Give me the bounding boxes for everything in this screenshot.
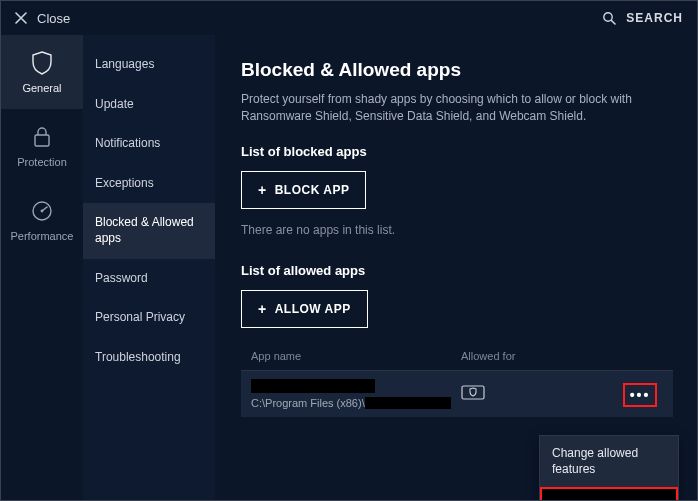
blocked-empty-text: There are no apps in this list. (241, 223, 673, 237)
close-label[interactable]: Close (37, 11, 70, 26)
sidebar-item-personal-privacy[interactable]: Personal Privacy (83, 298, 215, 338)
rail-label: Performance (11, 230, 74, 242)
main-panel: Blocked & Allowed apps Protect yourself … (215, 35, 697, 500)
allow-app-button[interactable]: + ALLOW APP (241, 290, 368, 328)
sidebar-item-notifications[interactable]: Notifications (83, 124, 215, 164)
page-title: Blocked & Allowed apps (241, 59, 673, 81)
app-path-redacted (365, 397, 451, 409)
sidebar-item-blocked-allowed-apps[interactable]: Blocked & Allowed apps (83, 203, 215, 258)
rail-item-protection[interactable]: Protection (1, 109, 83, 183)
rail-label: Protection (17, 156, 67, 168)
row-more-button[interactable]: ••• (623, 383, 657, 407)
col-app-name: App name (251, 350, 451, 362)
sidebar-item-password[interactable]: Password (83, 259, 215, 299)
rail-label: General (22, 82, 61, 94)
block-app-button[interactable]: + BLOCK APP (241, 171, 366, 209)
allowed-title: List of allowed apps (241, 263, 673, 278)
col-allowed-for: Allowed for (461, 350, 663, 362)
app-path-prefix: C:\Program Files (x86)\ (251, 397, 365, 409)
sidebar-item-troubleshooting[interactable]: Troubleshooting (83, 338, 215, 378)
allow-app-label: ALLOW APP (275, 302, 351, 316)
menu-change-allowed-features[interactable]: Change allowed features (540, 436, 678, 487)
left-rail: General Protection Performance (1, 35, 83, 500)
webcam-shield-icon (461, 387, 485, 404)
plus-icon: + (258, 182, 267, 198)
lock-icon (29, 124, 55, 150)
sidebar-item-update[interactable]: Update (83, 85, 215, 125)
svg-rect-1 (35, 135, 49, 146)
rail-item-performance[interactable]: Performance (1, 183, 83, 257)
rail-item-general[interactable]: General (1, 35, 83, 109)
gauge-icon (29, 198, 55, 224)
menu-remove[interactable]: Remove (540, 487, 678, 500)
ellipsis-icon: ••• (630, 388, 651, 402)
app-path: C:\Program Files (x86)\ (251, 397, 451, 409)
blocked-title: List of blocked apps (241, 144, 673, 159)
svg-point-3 (41, 210, 44, 213)
page-description: Protect yourself from shady apps by choo… (241, 91, 671, 126)
sidebar-item-languages[interactable]: Languages (83, 45, 215, 85)
block-app-label: BLOCK APP (275, 183, 350, 197)
settings-sidebar: Languages Update Notifications Exception… (83, 35, 215, 500)
row-context-menu: Change allowed features Remove (539, 435, 679, 500)
sidebar-item-exceptions[interactable]: Exceptions (83, 164, 215, 204)
allowed-table-header: App name Allowed for (241, 342, 673, 370)
shield-icon (29, 50, 55, 76)
allowed-app-row[interactable]: C:\Program Files (x86)\ ••• (241, 370, 673, 417)
close-icon[interactable] (15, 12, 27, 24)
search-icon[interactable] (602, 11, 616, 25)
search-label[interactable]: SEARCH (626, 11, 683, 25)
app-name-redacted (251, 379, 375, 393)
plus-icon: + (258, 301, 267, 317)
